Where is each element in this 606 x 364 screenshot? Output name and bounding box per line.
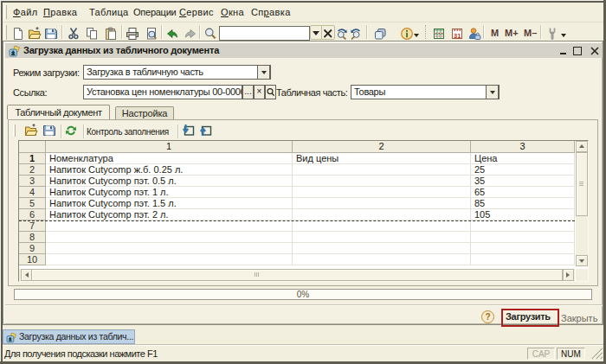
svg-text:31: 31 bbox=[454, 32, 461, 40]
